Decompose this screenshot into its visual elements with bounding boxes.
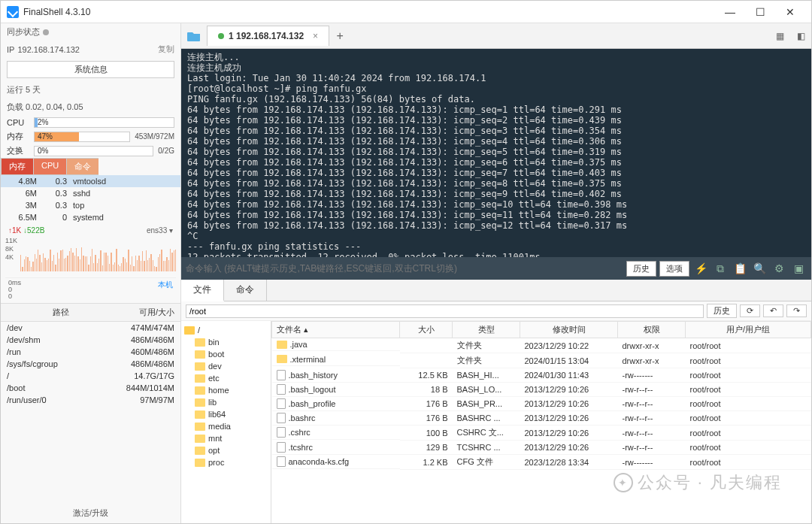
cpu-label: CPU [7,118,29,127]
ip-prefix: IP [7,45,14,54]
up-icon[interactable]: ↶ [763,304,783,317]
folder-icon [277,341,287,349]
latency-graph[interactable]: 0ms00 本机 [5,277,176,300]
new-tab-button[interactable]: + [329,29,350,43]
tree-node[interactable]: etc [184,372,268,384]
swap-right: 0/2G [158,147,174,155]
tree-node[interactable]: opt [184,444,268,456]
uptime-text: 运行 5 天 [1,81,180,98]
col-owner[interactable]: 用户/用户组 [686,322,811,338]
sync-label: 同步状态 [7,26,40,38]
path-input[interactable] [186,304,704,318]
file-list[interactable]: 文件名 ▴ 大小 类型 修改时间 权限 用户/用户组 .java 文件夹2023… [271,321,811,523]
path-row[interactable]: /run460M/486M [1,346,180,358]
folder-icon [277,355,287,363]
path-row[interactable]: /run/user/097M/97M [1,394,180,406]
copy-button[interactable]: 复制 [158,44,174,55]
path-hdr-path[interactable]: 路径 [7,307,114,318]
layout-grid-icon[interactable]: ▦ [769,26,790,47]
proc-row[interactable]: 3M0.3top [1,199,180,211]
file-icon [277,370,286,380]
file-row[interactable]: .java 文件夹2023/12/29 10:22drwxr-xr-xroot/… [272,338,811,353]
file-row[interactable]: .cshrc 100 BCSHRC 文...2013/12/29 10:26-r… [272,426,811,441]
tree-node[interactable]: / [184,324,268,336]
expand-icon[interactable]: ▣ [790,260,807,277]
history-button[interactable]: 历史 [626,261,656,277]
refresh-icon[interactable]: ⟳ [740,304,760,317]
path-hdr-size[interactable]: 可用/大小 [114,307,174,318]
folder-icon [184,326,195,335]
net-iface[interactable]: ens33 ▾ [147,226,173,235]
col-perm[interactable]: 权限 [618,322,686,338]
maximize-button[interactable]: ☐ [745,1,775,23]
path-row[interactable]: /dev474M/474M [1,322,180,334]
file-tab[interactable]: 文件 [181,280,224,301]
tree-node[interactable]: mnt [184,432,268,444]
proc-tab-cpu[interactable]: CPU [33,158,66,175]
file-row[interactable]: .bash_history 12.5 KBBASH_HI...2024/01/3… [272,368,811,383]
fwd-icon[interactable]: ↷ [786,304,807,317]
search-icon[interactable]: 🔍 [751,260,768,277]
proc-row[interactable]: 6.5M0systemd [1,211,180,223]
close-button[interactable]: ✕ [775,1,805,23]
folder-icon [195,447,205,455]
options-button[interactable]: 选项 [659,261,689,277]
col-type[interactable]: 类型 [453,322,520,338]
bolt-icon[interactable]: ⚡ [692,260,709,277]
swap-bar: 0% [34,146,153,156]
tree-node[interactable]: proc [184,456,268,468]
command-input[interactable] [186,263,623,274]
tree-node[interactable]: dev [184,360,268,372]
copy-icon[interactable]: ⧉ [712,260,729,277]
layout-side-icon[interactable]: ◧ [790,26,811,47]
activate-link[interactable]: 激活/升级 [1,503,180,523]
file-row[interactable]: .bash_logout 18 BBASH_LO...2013/12/29 10… [272,383,811,397]
terminal[interactable]: 连接主机... 连接主机成功 Last login: Tue Jan 30 11… [181,49,811,257]
paste-icon[interactable]: 📋 [732,260,748,277]
path-row[interactable]: /boot844M/1014M [1,382,180,394]
tree-node[interactable]: home [184,384,268,396]
col-size[interactable]: 大小 [400,322,453,338]
path-row[interactable]: /14.7G/17G [1,370,180,382]
mem-bar: 47% [34,132,130,142]
tree-node[interactable]: lib64 [184,408,268,420]
ip-value: 192.168.174.132 [17,45,80,54]
col-mtime[interactable]: 修改时间 [520,322,618,338]
proc-row[interactable]: 4.8M0.3vmtoolsd [1,175,180,187]
sysinfo-button[interactable]: 系统信息 [7,61,174,78]
path-row[interactable]: /dev/shm486M/486M [1,334,180,346]
path-row[interactable]: /sys/fs/cgroup486M/486M [1,358,180,370]
folder-icon [195,435,205,443]
folder-icon [195,338,205,347]
cmd-tab[interactable]: 命令 [224,280,267,301]
folder-icon [195,398,205,407]
connected-icon [218,33,224,39]
fb-history-button[interactable]: 历史 [707,304,737,318]
lat-local[interactable]: 本机 [158,280,173,290]
file-row[interactable]: .bashrc 176 BBASHRC ...2013/12/29 10:26-… [272,411,811,426]
folder-icon [195,362,205,371]
file-icon [277,427,286,438]
col-name[interactable]: 文件名 ▴ [272,322,400,338]
proc-tab-mem[interactable]: 内存 [1,158,33,175]
session-tab[interactable]: 1 192.168.174.132 × [207,26,329,46]
folder-icon [195,374,205,383]
network-graph[interactable]: ↑1K ↓522B ens33 ▾ 11K8K4K [5,226,176,271]
folder-icon [195,350,205,359]
proc-row[interactable]: 6M0.3sshd [1,187,180,199]
minimize-button[interactable]: — [715,1,745,23]
file-row[interactable]: .bash_profile 176 BBASH_PR...2013/12/29 … [272,397,811,411]
close-tab-icon[interactable]: × [313,31,318,41]
tree-node[interactable]: boot [184,348,268,360]
proc-tab-cmd[interactable]: 命令 [66,158,98,175]
open-folder-icon[interactable] [181,23,207,49]
tree-node[interactable]: bin [184,336,268,348]
settings-icon[interactable]: ⚙ [771,260,787,277]
folder-tree[interactable]: /binbootdevetchomeliblib64mediamntoptpro… [181,321,271,523]
mem-label: 内存 [7,131,29,142]
file-row[interactable]: anaconda-ks.cfg 1.2 KBCFG 文件2023/12/28 1… [272,455,811,470]
tree-node[interactable]: media [184,420,268,432]
file-row[interactable]: .tcshrc 129 BTCSHRC ...2013/12/29 10:26-… [272,441,811,455]
tree-node[interactable]: lib [184,396,268,408]
file-row[interactable]: .xterminal 文件夹2024/01/15 13:04drwxr-xr-x… [272,353,811,368]
